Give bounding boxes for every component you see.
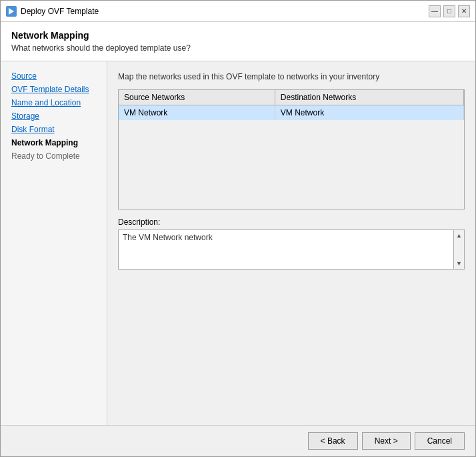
title-bar-left: Deploy OVF Template xyxy=(6,6,99,17)
network-table-container: Source Networks Destination Networks VM … xyxy=(118,89,465,209)
main-content: Map the networks used in this OVF templa… xyxy=(107,61,475,425)
close-button[interactable]: ✕ xyxy=(458,5,470,17)
next-button[interactable]: Next > xyxy=(362,432,411,450)
scrollbar: ▲ ▼ xyxy=(453,230,464,269)
table-row[interactable]: VM Network VM Network xyxy=(119,105,464,121)
title-bar: Deploy OVF Template — □ ✕ xyxy=(1,1,475,22)
sidebar: Source OVF Template Details Name and Loc… xyxy=(1,61,107,425)
sidebar-item-source[interactable]: Source xyxy=(1,69,107,83)
header: Network Mapping What networks should the… xyxy=(1,22,475,61)
col-destination-networks: Destination Networks xyxy=(275,90,463,105)
destination-network-cell: VM Network xyxy=(275,105,463,121)
description-label: Description: xyxy=(118,217,465,227)
footer: < Back Next > Cancel xyxy=(1,425,475,456)
content-area: Source OVF Template Details Name and Loc… xyxy=(1,61,475,425)
description-value: The VM Network network xyxy=(123,233,213,242)
sidebar-item-ovf-template-details[interactable]: OVF Template Details xyxy=(1,83,107,96)
scroll-down-icon[interactable]: ▼ xyxy=(454,258,465,269)
back-button[interactable]: < Back xyxy=(308,432,358,450)
sidebar-item-network-mapping: Network Mapping xyxy=(1,136,107,149)
scroll-up-icon[interactable]: ▲ xyxy=(454,230,465,241)
svg-marker-0 xyxy=(9,8,14,15)
window-icon xyxy=(6,6,17,17)
sidebar-item-disk-format[interactable]: Disk Format xyxy=(1,123,107,136)
description-box: The VM Network network ▲ ▼ xyxy=(118,230,465,270)
minimize-button[interactable]: — xyxy=(429,5,441,17)
maximize-button[interactable]: □ xyxy=(443,5,455,17)
main-description: Map the networks used in this OVF templa… xyxy=(118,72,465,81)
sidebar-item-name-and-location[interactable]: Name and Location xyxy=(1,96,107,109)
window-title: Deploy OVF Template xyxy=(21,7,99,16)
sidebar-item-storage[interactable]: Storage xyxy=(1,109,107,123)
window-controls: — □ ✕ xyxy=(429,5,470,17)
header-title: Network Mapping xyxy=(11,30,465,41)
cancel-button[interactable]: Cancel xyxy=(415,432,465,450)
header-subtitle: What networks should the deployed templa… xyxy=(11,43,465,53)
source-network-cell: VM Network xyxy=(119,105,275,121)
col-source-networks: Source Networks xyxy=(119,90,275,105)
network-table: Source Networks Destination Networks VM … xyxy=(119,90,464,120)
sidebar-item-ready-to-complete: Ready to Complete xyxy=(1,149,107,163)
deploy-ovf-window: Deploy OVF Template — □ ✕ Network Mappin… xyxy=(0,0,476,457)
